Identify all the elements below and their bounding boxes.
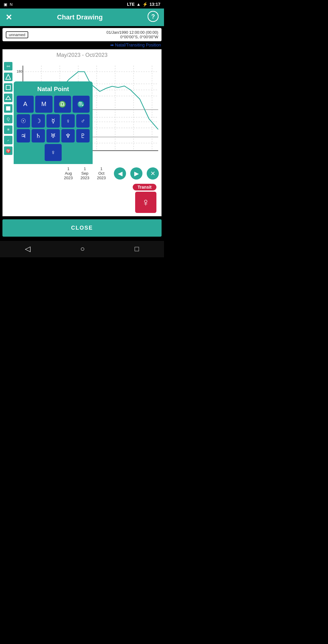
x-oct-year: 2023 bbox=[93, 176, 110, 180]
header: ✕ Chart Drawing ? bbox=[0, 9, 164, 26]
natal-btn-jupiter[interactable]: ♃ bbox=[17, 129, 30, 142]
x-aug-1: 1 bbox=[60, 166, 77, 171]
natal-btn-moon[interactable]: ☽ bbox=[32, 114, 45, 128]
svg-text:180: 180 bbox=[17, 70, 22, 73]
chart-bottom: 1 Aug 2023 1 Sep 2023 1 Oct 2023 ◀ ▶ ✕ bbox=[3, 164, 161, 182]
natal-point-overlay: Natal Point A M ♎ ♏ ☉ ☽ ☿ ♀ ♂ bbox=[14, 81, 93, 164]
nav-close-button[interactable]: ✕ bbox=[147, 167, 159, 180]
natal-link[interactable]: ➡ Natal/Transiting Position bbox=[0, 43, 161, 47]
natal-link-text[interactable]: ➡ Natal/Transiting Position bbox=[110, 43, 161, 47]
svg-marker-2 bbox=[6, 74, 11, 79]
natal-btn-libra[interactable]: ♎ bbox=[54, 96, 71, 113]
info-date: 01/Jan/1990 12:00:00 (00:00) bbox=[106, 30, 158, 35]
info-coords: 0°00'00"S, 0°00'00"W bbox=[106, 35, 158, 39]
svg-rect-5 bbox=[6, 106, 10, 111]
transit-label: Transit bbox=[133, 184, 156, 190]
natal-btn-neptune[interactable]: ♆ bbox=[61, 129, 75, 142]
natal-btn-saturn[interactable]: ♄ bbox=[32, 129, 45, 142]
info-right: 01/Jan/1990 12:00:00 (00:00) 0°00'00"S, … bbox=[106, 30, 158, 39]
status-left: ▣ N bbox=[4, 2, 12, 7]
natal-grid-row1: A M ♎ ♏ bbox=[17, 96, 90, 113]
y-icon-2[interactable] bbox=[4, 83, 12, 92]
nav-bar: ◁ ○ □ bbox=[0, 241, 164, 257]
svg-marker-4 bbox=[6, 96, 11, 100]
natal-btn-uranus[interactable]: ♅ bbox=[46, 129, 60, 142]
natal-point-title: Natal Point bbox=[17, 86, 90, 93]
nav-forward-button[interactable]: ▶ bbox=[130, 167, 142, 180]
natal-btn-pluto[interactable]: ♇ bbox=[76, 129, 90, 142]
help-icon[interactable]: ? bbox=[148, 11, 159, 24]
transit-symbol: ♀ bbox=[142, 196, 150, 209]
n-icon: N bbox=[10, 2, 12, 7]
nav-home-btn[interactable]: ○ bbox=[80, 245, 85, 253]
x-sep-month: Sep bbox=[77, 171, 93, 176]
x-aug-month: Aug bbox=[60, 171, 77, 176]
chart-container: May/2023 - Oct/2023 ⚯ Q ✳ ⌿ ♈ bbox=[2, 49, 162, 216]
unnamed-badge: unnamed bbox=[6, 31, 28, 38]
natal-btn-scorpio[interactable]: ♏ bbox=[73, 96, 90, 113]
transit-symbol-box[interactable]: ♀ bbox=[135, 192, 156, 213]
y-icon-3[interactable] bbox=[4, 94, 12, 102]
x-sep-year: 2023 bbox=[77, 176, 93, 180]
y-icon-5[interactable]: Q bbox=[4, 115, 12, 123]
status-bar: ▣ N LTE ▲ ⚡ 13:17 bbox=[0, 0, 164, 9]
nav-back-button[interactable]: ◀ bbox=[114, 167, 126, 180]
lte-icon: LTE bbox=[127, 2, 135, 7]
svg-rect-3 bbox=[6, 85, 10, 90]
natal-btn-mars[interactable]: ♂ bbox=[76, 114, 90, 128]
header-title: Chart Drawing bbox=[57, 13, 103, 21]
natal-grid-row2: ☉ ☽ ☿ ♀ ♂ bbox=[17, 114, 90, 128]
natal-btn-sun[interactable]: ☉ bbox=[17, 114, 30, 128]
sim-icon: ▣ bbox=[4, 2, 7, 7]
chart-title: May/2023 - Oct/2023 bbox=[3, 50, 161, 60]
y-icon-7[interactable]: ⌿ bbox=[4, 136, 12, 144]
x-label-aug: 1 Aug 2023 bbox=[60, 166, 77, 180]
x-label-sep: 1 Sep 2023 bbox=[77, 166, 93, 180]
chart-inner: ⚯ Q ✳ ⌿ ♈ bbox=[3, 60, 161, 164]
nav-recent-btn[interactable]: □ bbox=[135, 245, 139, 253]
y-icon-6[interactable]: ✳ bbox=[4, 125, 12, 134]
natal-btn-A[interactable]: A bbox=[17, 96, 34, 113]
x-label-oct: 1 Oct 2023 bbox=[93, 166, 110, 180]
y-axis-icons: ⚯ Q ✳ ⌿ ♈ bbox=[3, 60, 14, 164]
y-icon-1[interactable] bbox=[4, 73, 12, 81]
natal-btn-mercury[interactable]: ☿ bbox=[46, 114, 60, 128]
nav-back-btn[interactable]: ◁ bbox=[25, 245, 30, 253]
natal-btn-M[interactable]: M bbox=[35, 96, 52, 113]
x-oct-1: 1 bbox=[93, 166, 110, 171]
y-icon-8[interactable]: ♈ bbox=[4, 146, 12, 155]
natal-btn-venus-single[interactable]: ♀ bbox=[45, 144, 62, 161]
y-icon-4[interactable] bbox=[4, 104, 12, 113]
time-display: 13:17 bbox=[149, 2, 160, 7]
y-icon-0[interactable]: ⚯ bbox=[4, 62, 12, 70]
svg-text:?: ? bbox=[151, 13, 155, 20]
x-oct-month: Oct bbox=[93, 171, 110, 176]
natal-btn-venus[interactable]: ♀ bbox=[61, 114, 75, 128]
battery-icon: ⚡ bbox=[142, 2, 148, 7]
x-aug-year: 2023 bbox=[60, 176, 77, 180]
x-sep-1: 1 bbox=[77, 166, 93, 171]
info-bar: unnamed 01/Jan/1990 12:00:00 (00:00) 0°0… bbox=[2, 28, 162, 41]
signal-icon: ▲ bbox=[136, 2, 141, 7]
close-button[interactable]: CLOSE bbox=[2, 219, 162, 237]
status-right: LTE ▲ ⚡ 13:17 bbox=[127, 2, 160, 7]
close-icon[interactable]: ✕ bbox=[5, 13, 12, 22]
natal-grid-row3: ♃ ♄ ♅ ♆ ♇ bbox=[17, 129, 90, 142]
